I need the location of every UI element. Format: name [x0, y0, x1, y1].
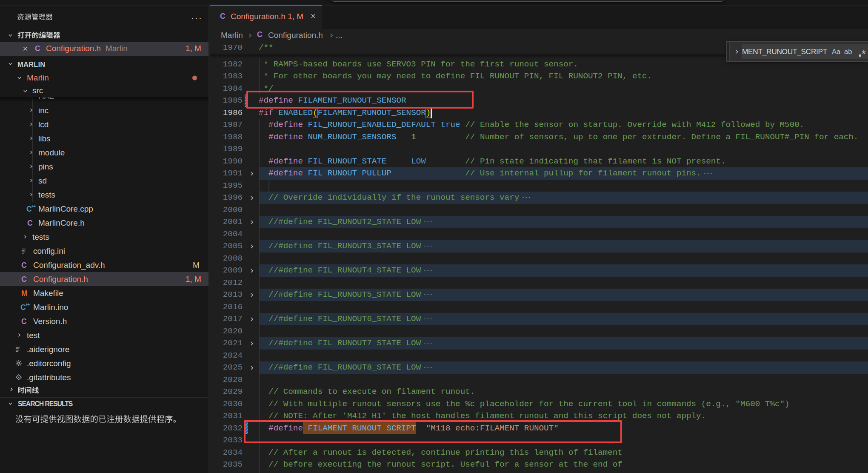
svg-text:*: *: [862, 49, 866, 59]
